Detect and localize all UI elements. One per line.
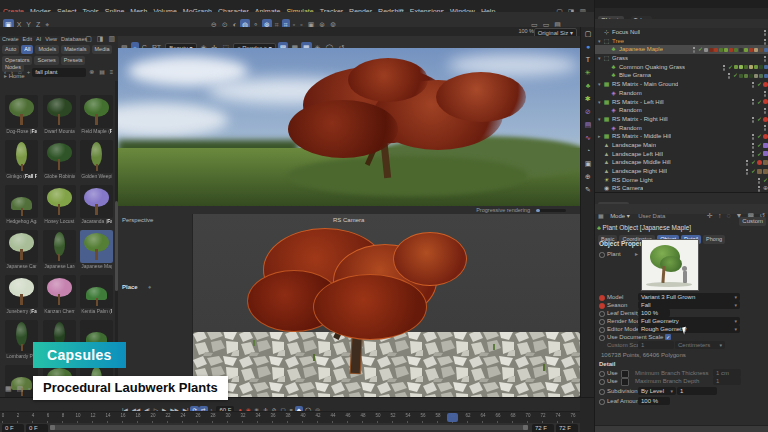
material-swatch[interactable] — [714, 48, 718, 52]
asset-item-hedgehog-agave[interactable]: Hedgehog Agave (Fall... — [3, 184, 40, 228]
object-row-rs-matrix-right-hill[interactable]: ▾▦RS Matrix - Right Hill✓ — [595, 115, 768, 124]
material-swatch[interactable] — [739, 48, 743, 52]
window-capsule-icon[interactable]: ▤ — [581, 118, 595, 131]
visibility-dots[interactable] — [751, 133, 755, 140]
material-swatch[interactable] — [734, 48, 738, 52]
texture-tag-icon[interactable] — [757, 169, 762, 174]
asset-item-japanese-maple[interactable]: Japanese Maple (Fall... — [78, 229, 115, 273]
object-row-landscape-left-hill[interactable]: ▲Landscape Left Hill✓ — [595, 150, 768, 159]
visibility-dots[interactable] — [757, 177, 761, 184]
render-check-icon[interactable]: ✓ — [751, 158, 756, 167]
zoom-level[interactable]: 100 % — [518, 28, 534, 34]
asset-item-golden-weeping-willo[interactable]: Golden Weeping Willo... — [78, 139, 115, 183]
attr-tab-phong[interactable]: Phong — [703, 235, 725, 244]
object-row-random[interactable]: ◈Random — [595, 124, 768, 133]
visibility-dots[interactable] — [745, 168, 749, 175]
object-row-landscape-middle-hill[interactable]: ▲Landscape Middle Hill✓ — [595, 158, 768, 167]
redshift-tag-icon[interactable] — [763, 99, 768, 104]
leaf-amount-field[interactable]: 100 % — [638, 397, 670, 405]
render-check-icon[interactable]: ✓ — [698, 45, 703, 54]
breadcrumb[interactable]: ▸ Home — [4, 72, 25, 79]
object-row-rs-matrix-middle-hill[interactable]: ▸▦RS Matrix - Middle Hill✓ — [595, 132, 768, 141]
asset-item-kanzan-cherry[interactable]: Kanzan Cherry (Fall Pl... — [41, 274, 78, 318]
cube-capsule-icon[interactable]: ▢ — [581, 27, 595, 40]
visibility-dots[interactable] — [757, 185, 761, 192]
visibility-dots[interactable] — [751, 142, 755, 149]
pie-capsule-icon[interactable]: ◔ — [581, 144, 595, 157]
redshift-tag-icon[interactable] — [763, 134, 768, 139]
range-end-field[interactable]: 72 F — [556, 424, 578, 432]
add-icon[interactable]: + — [25, 67, 33, 78]
clear-search-icon[interactable]: ⊗ — [87, 67, 96, 78]
object-row-grass[interactable]: ▾⬚Grass — [595, 54, 768, 63]
material-swatch[interactable] — [754, 74, 758, 78]
material-swatch[interactable] — [749, 48, 753, 52]
deformer-tag-icon[interactable] — [763, 151, 768, 156]
material-swatch[interactable] — [759, 74, 763, 78]
camera-capsule-icon[interactable]: ▣ — [581, 157, 595, 170]
material-swatch[interactable] — [754, 65, 758, 69]
plant-preview[interactable] — [641, 239, 699, 291]
material-swatch[interactable] — [739, 74, 743, 78]
asset-item-globe-robinia[interactable]: Globe Robinia (Fall Pl... — [41, 139, 78, 183]
text-capsule-icon[interactable]: T — [581, 53, 595, 66]
editor-mode-dropdown[interactable]: Rough Geometry▾ — [638, 325, 740, 333]
object-row-tree[interactable]: ▾⬚Tree — [595, 37, 768, 46]
texture-tag-icon[interactable] — [763, 160, 768, 165]
object-row-japanese-maple[interactable]: ♣Japanese Maple✓ — [595, 45, 768, 54]
search-input[interactable]: fall plant — [32, 68, 86, 77]
object-row-landscape-main[interactable]: ▲Landscape Main✓ — [595, 141, 768, 150]
visibility-dots[interactable] — [745, 159, 749, 166]
material-swatch[interactable] — [749, 65, 753, 69]
object-row-random[interactable]: ◈Random — [595, 106, 768, 115]
material-swatch[interactable] — [754, 48, 758, 52]
visibility-dots[interactable] — [692, 46, 696, 53]
visibility-dots[interactable] — [722, 64, 726, 71]
material-swatch[interactable] — [744, 65, 748, 69]
season-dropdown[interactable]: Fall▾ — [638, 301, 740, 309]
subdivision-field[interactable]: 1 — [677, 387, 717, 395]
plant-capsule-icon[interactable]: ♣ — [581, 79, 595, 92]
deformer-tag-icon[interactable] — [763, 143, 768, 148]
material-swatch[interactable] — [704, 48, 708, 52]
object-row-landscape-right-hill[interactable]: ▲Landscape Right Hill✓ — [595, 167, 768, 176]
visibility-dots[interactable] — [763, 90, 767, 97]
object-row-rs-camera[interactable]: ◉RS Camera⊕ — [595, 184, 768, 192]
emitter-capsule-icon[interactable]: ✳ — [581, 66, 595, 79]
material-swatch[interactable] — [734, 65, 738, 69]
visibility-dots[interactable] — [751, 150, 755, 157]
asset-item-kentia-palm[interactable]: Kentia Palm (Fall Plant) — [78, 274, 115, 318]
render-check-icon[interactable]: ✓ — [757, 150, 762, 159]
model-dropdown[interactable]: Variant 3 Full Grown▾ — [638, 293, 740, 301]
material-swatch[interactable] — [744, 48, 748, 52]
render-view[interactable] — [118, 48, 580, 206]
material-swatch[interactable] — [764, 48, 768, 52]
spline-capsule-icon[interactable]: ∿ — [581, 131, 595, 144]
material-swatch[interactable] — [724, 48, 728, 52]
camera-label[interactable]: RS Camera — [333, 217, 364, 223]
sphere-capsule-icon[interactable]: ● — [581, 40, 595, 53]
figure-capsule-icon[interactable]: ⊕ — [581, 170, 595, 183]
pen-capsule-icon[interactable]: ✎ — [581, 183, 595, 196]
material-swatch[interactable] — [729, 48, 733, 52]
place-tool-icon[interactable]: ⌖ — [148, 284, 151, 291]
field-capsule-icon[interactable]: ⊘ — [581, 105, 595, 118]
visibility-dots[interactable] — [727, 72, 731, 79]
visibility-dots[interactable] — [763, 38, 767, 45]
material-swatch[interactable] — [744, 74, 748, 78]
asset-item-ginkgo[interactable]: Ginkgo (Fall Plant) — [3, 139, 40, 183]
redshift-tag-icon[interactable] — [757, 160, 762, 165]
playhead[interactable] — [447, 413, 458, 422]
hamburger-icon[interactable]: ≡ — [108, 67, 116, 78]
asset-item-juneberry[interactable]: Juneberry (Fall Plant) — [3, 274, 40, 318]
use-max-branch-checkbox[interactable] — [621, 378, 629, 386]
range-start-field[interactable]: 0 F — [2, 424, 24, 432]
asset-item-japanese-camellia[interactable]: Japanese Camellia (Fal... — [3, 229, 40, 273]
render-check-icon[interactable]: ✓ — [728, 63, 733, 72]
object-row-rs-dome-light[interactable]: ☀RS Dome Light✓ — [595, 176, 768, 185]
render-check-icon[interactable]: ✓ — [757, 80, 762, 89]
grid-view-icon[interactable]: ▦ — [3, 383, 14, 394]
material-swatch[interactable] — [764, 65, 768, 69]
preview-start-field[interactable]: 0 F — [26, 424, 48, 432]
visibility-dots[interactable] — [751, 81, 755, 88]
